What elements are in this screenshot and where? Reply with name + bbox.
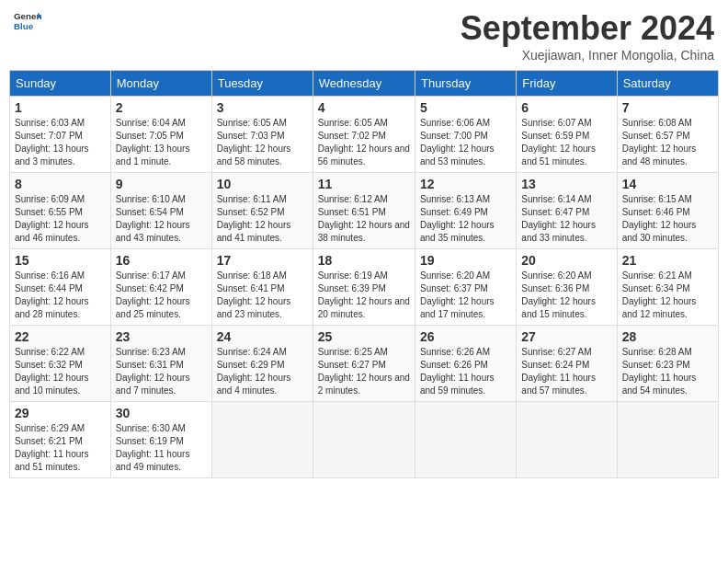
day-number: 19 (420, 253, 511, 268)
calendar-cell (211, 402, 313, 478)
day-info: Sunrise: 6:07 AM Sunset: 6:59 PM Dayligh… (521, 117, 611, 168)
day-info: Sunrise: 6:27 AM Sunset: 6:24 PM Dayligh… (521, 346, 611, 397)
day-number: 21 (622, 253, 713, 268)
calendar-cell: 3Sunrise: 6:05 AM Sunset: 7:03 PM Daylig… (211, 97, 313, 173)
day-number: 27 (521, 329, 611, 344)
day-info: Sunrise: 6:10 AM Sunset: 6:54 PM Dayligh… (116, 193, 207, 245)
day-number: 20 (521, 253, 611, 268)
day-info: Sunrise: 6:04 AM Sunset: 7:05 PM Dayligh… (116, 117, 207, 168)
header-day-wednesday: Wednesday (313, 71, 415, 97)
location-subtitle: Xuejiawan, Inner Mongolia, China (461, 48, 714, 63)
logo: General Blue (14, 9, 41, 32)
calendar-cell: 20Sunrise: 6:20 AM Sunset: 6:36 PM Dayli… (517, 249, 617, 326)
calendar-header-row: SundayMondayTuesdayWednesdayThursdayFrid… (10, 71, 719, 97)
calendar-cell: 22Sunrise: 6:22 AM Sunset: 6:32 PM Dayli… (10, 326, 111, 402)
day-info: Sunrise: 6:26 AM Sunset: 6:26 PM Dayligh… (420, 346, 511, 397)
calendar-cell: 4Sunrise: 6:05 AM Sunset: 7:02 PM Daylig… (313, 97, 415, 173)
calendar-cell: 6Sunrise: 6:07 AM Sunset: 6:59 PM Daylig… (517, 97, 617, 173)
calendar-cell: 16Sunrise: 6:17 AM Sunset: 6:42 PM Dayli… (110, 249, 211, 326)
calendar-cell (415, 402, 516, 478)
day-number: 13 (521, 177, 611, 191)
day-info: Sunrise: 6:14 AM Sunset: 6:47 PM Dayligh… (521, 193, 611, 245)
calendar-cell: 21Sunrise: 6:21 AM Sunset: 6:34 PM Dayli… (617, 249, 718, 326)
calendar-cell: 1Sunrise: 6:03 AM Sunset: 7:07 PM Daylig… (10, 97, 111, 173)
calendar-week-row: 8Sunrise: 6:09 AM Sunset: 6:55 PM Daylig… (10, 173, 719, 249)
day-info: Sunrise: 6:28 AM Sunset: 6:23 PM Dayligh… (622, 346, 713, 397)
day-number: 9 (116, 177, 207, 191)
month-title: September 2024 (461, 9, 714, 48)
calendar-cell: 5Sunrise: 6:06 AM Sunset: 7:00 PM Daylig… (415, 97, 516, 173)
calendar-cell: 11Sunrise: 6:12 AM Sunset: 6:51 PM Dayli… (313, 173, 415, 249)
day-number: 6 (521, 100, 611, 115)
day-info: Sunrise: 6:30 AM Sunset: 6:19 PM Dayligh… (116, 422, 207, 474)
day-info: Sunrise: 6:25 AM Sunset: 6:27 PM Dayligh… (318, 346, 410, 397)
calendar-cell: 14Sunrise: 6:15 AM Sunset: 6:46 PM Dayli… (617, 173, 718, 249)
day-info: Sunrise: 6:08 AM Sunset: 6:57 PM Dayligh… (622, 117, 713, 168)
day-info: Sunrise: 6:18 AM Sunset: 6:41 PM Dayligh… (217, 270, 308, 321)
calendar-cell (313, 402, 415, 478)
day-info: Sunrise: 6:17 AM Sunset: 6:42 PM Dayligh… (116, 270, 207, 321)
day-number: 29 (15, 406, 106, 420)
calendar-cell: 9Sunrise: 6:10 AM Sunset: 6:54 PM Daylig… (110, 173, 211, 249)
calendar-cell: 18Sunrise: 6:19 AM Sunset: 6:39 PM Dayli… (313, 249, 415, 326)
title-area: September 2024 Xuejiawan, Inner Mongolia… (461, 9, 714, 63)
day-number: 15 (15, 253, 106, 268)
day-info: Sunrise: 6:09 AM Sunset: 6:55 PM Dayligh… (15, 193, 106, 245)
calendar-cell: 8Sunrise: 6:09 AM Sunset: 6:55 PM Daylig… (10, 173, 111, 249)
header-day-friday: Friday (517, 71, 617, 97)
calendar-cell: 19Sunrise: 6:20 AM Sunset: 6:37 PM Dayli… (415, 249, 516, 326)
day-number: 18 (318, 253, 410, 268)
day-number: 12 (420, 177, 511, 191)
day-number: 3 (217, 100, 308, 115)
calendar-cell: 12Sunrise: 6:13 AM Sunset: 6:49 PM Dayli… (415, 173, 516, 249)
day-info: Sunrise: 6:05 AM Sunset: 7:02 PM Dayligh… (318, 117, 410, 168)
day-info: Sunrise: 6:21 AM Sunset: 6:34 PM Dayligh… (622, 270, 713, 321)
day-number: 7 (622, 100, 713, 115)
calendar-table: SundayMondayTuesdayWednesdayThursdayFrid… (9, 70, 719, 478)
day-info: Sunrise: 6:06 AM Sunset: 7:00 PM Dayligh… (420, 117, 511, 168)
day-number: 24 (217, 329, 308, 344)
svg-text:General: General (14, 11, 41, 21)
calendar-week-row: 1Sunrise: 6:03 AM Sunset: 7:07 PM Daylig… (10, 97, 719, 173)
day-number: 26 (420, 329, 511, 344)
svg-text:Blue: Blue (14, 21, 34, 31)
calendar-cell (517, 402, 617, 478)
day-number: 16 (116, 253, 207, 268)
calendar-cell (617, 402, 718, 478)
day-number: 28 (622, 329, 713, 344)
day-number: 5 (420, 100, 511, 115)
calendar-cell: 24Sunrise: 6:24 AM Sunset: 6:29 PM Dayli… (211, 326, 313, 402)
header-day-tuesday: Tuesday (211, 71, 313, 97)
calendar-cell: 27Sunrise: 6:27 AM Sunset: 6:24 PM Dayli… (517, 326, 617, 402)
calendar-cell: 13Sunrise: 6:14 AM Sunset: 6:47 PM Dayli… (517, 173, 617, 249)
calendar-cell: 7Sunrise: 6:08 AM Sunset: 6:57 PM Daylig… (617, 97, 718, 173)
header: General Blue September 2024 Xuejiawan, I… (9, 9, 719, 63)
header-day-saturday: Saturday (617, 71, 718, 97)
calendar-cell: 28Sunrise: 6:28 AM Sunset: 6:23 PM Dayli… (617, 326, 718, 402)
day-number: 2 (116, 100, 207, 115)
day-info: Sunrise: 6:20 AM Sunset: 6:37 PM Dayligh… (420, 270, 511, 321)
day-number: 17 (217, 253, 308, 268)
day-number: 10 (217, 177, 308, 191)
calendar-cell: 26Sunrise: 6:26 AM Sunset: 6:26 PM Dayli… (415, 326, 516, 402)
day-info: Sunrise: 6:13 AM Sunset: 6:49 PM Dayligh… (420, 193, 511, 245)
header-day-monday: Monday (110, 71, 211, 97)
day-info: Sunrise: 6:24 AM Sunset: 6:29 PM Dayligh… (217, 346, 308, 397)
calendar-cell: 25Sunrise: 6:25 AM Sunset: 6:27 PM Dayli… (313, 326, 415, 402)
calendar-cell: 17Sunrise: 6:18 AM Sunset: 6:41 PM Dayli… (211, 249, 313, 326)
day-info: Sunrise: 6:12 AM Sunset: 6:51 PM Dayligh… (318, 193, 410, 245)
day-number: 1 (15, 100, 106, 115)
calendar-cell: 30Sunrise: 6:30 AM Sunset: 6:19 PM Dayli… (110, 402, 211, 478)
day-number: 25 (318, 329, 410, 344)
header-day-sunday: Sunday (10, 71, 111, 97)
day-info: Sunrise: 6:15 AM Sunset: 6:46 PM Dayligh… (622, 193, 713, 245)
calendar-week-row: 29Sunrise: 6:29 AM Sunset: 6:21 PM Dayli… (10, 402, 719, 478)
day-info: Sunrise: 6:23 AM Sunset: 6:31 PM Dayligh… (116, 346, 207, 397)
day-number: 8 (15, 177, 106, 191)
calendar-cell: 23Sunrise: 6:23 AM Sunset: 6:31 PM Dayli… (110, 326, 211, 402)
day-info: Sunrise: 6:03 AM Sunset: 7:07 PM Dayligh… (15, 117, 106, 168)
day-info: Sunrise: 6:05 AM Sunset: 7:03 PM Dayligh… (217, 117, 308, 168)
day-number: 11 (318, 177, 410, 191)
calendar-week-row: 22Sunrise: 6:22 AM Sunset: 6:32 PM Dayli… (10, 326, 719, 402)
header-day-thursday: Thursday (415, 71, 516, 97)
